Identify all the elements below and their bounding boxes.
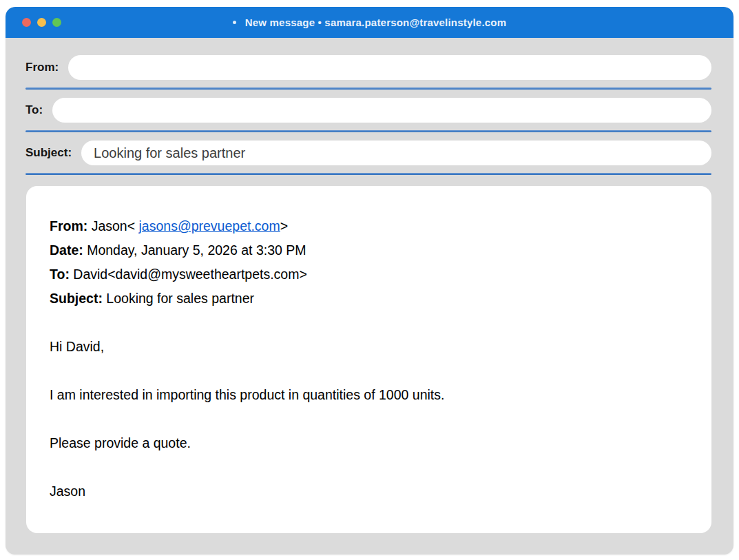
close-button[interactable] [22,18,31,27]
subject-row: Subject: [25,141,711,165]
minimize-button[interactable] [37,18,46,27]
subject-label: Subject: [25,146,72,160]
to-row: To: [25,98,711,123]
quoted-header-from: From: Jason< jasons@prevuepet.com> [50,214,684,238]
message-body-editor[interactable]: From: Jason< jasons@prevuepet.com> Date:… [26,186,711,533]
body-paragraph-request: I am interested in importing this produc… [50,383,684,407]
bullet-dot-icon [233,21,236,24]
quoted-header-to-label: To: [50,267,70,282]
from-input[interactable] [68,55,711,80]
quoted-header-from-label: From: [50,218,87,234]
quoted-header-from-post: > [280,218,288,234]
compose-window: New message • samara.paterson@travelinst… [6,7,733,554]
titlebar: New message • samara.paterson@travelinst… [6,7,733,38]
quoted-header-date: Date: Monday, January 5, 2026 at 3:30 PM [50,238,684,262]
body-paragraph-greeting: Hi David, [50,335,684,359]
window-title-text: New message • samara.paterson@travelinst… [245,17,506,28]
quoted-header-date-label: Date: [50,242,83,258]
quoted-header-date-value: Monday, January 5, 2026 at 3:30 PM [83,242,306,258]
window-controls [22,7,61,38]
quoted-header-from-pre: Jason< [87,218,138,234]
quoted-header-subject: Subject: Looking for sales partner [50,287,684,311]
zoom-button[interactable] [52,18,61,27]
field-separator [25,87,711,90]
quoted-header-to: To: David<david@mysweetheartpets.com> [50,262,684,287]
body-paragraph-quote: Please provide a quote. [50,431,684,455]
field-separator [25,173,711,175]
from-row: From: [25,55,711,80]
from-label: From: [25,61,59,74]
subject-input[interactable] [81,141,711,165]
field-separator [25,130,711,132]
window-title: New message • samara.paterson@travelinst… [233,17,506,28]
body-paragraph-signature: Jason [50,479,684,504]
compose-form: From: To: Subject: [6,38,733,175]
email-link[interactable]: jasons@prevuepet.com [139,218,280,234]
quoted-header-subject-label: Subject: [50,291,103,306]
quoted-header-subject-value: Looking for sales partner [103,291,254,306]
quoted-header-to-value: David<david@mysweetheartpets.com> [70,267,307,282]
to-label: To: [25,103,43,117]
to-input[interactable] [52,98,711,123]
